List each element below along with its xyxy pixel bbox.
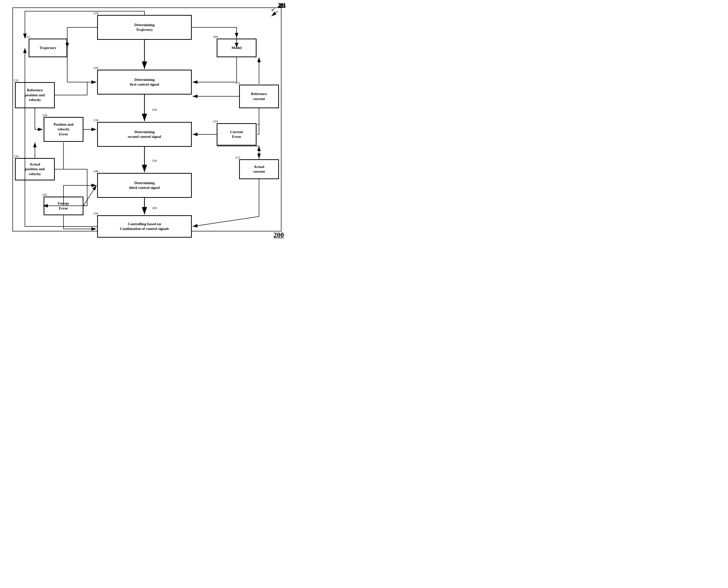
ref-230: 230: [94, 118, 98, 122]
reference-current-label: Referencecurrent: [251, 91, 267, 101]
fig-num-label: 200: [274, 231, 284, 239]
current-error-label: CurrentError: [230, 130, 243, 139]
determining-second-label: Determiningsecond control signal: [128, 130, 161, 139]
diagram-container: 201 200 DeterminingTrajectory 210 Trajec…: [0, 0, 299, 241]
determining-first-label: Determiningfirst control signal: [130, 77, 159, 87]
ref-210: 210: [94, 11, 98, 15]
model-box: Model: [217, 39, 257, 57]
ref-201-arrow: ↙: [271, 6, 275, 12]
actual-current-box: Actualcurrent: [239, 159, 279, 179]
ref-231: 231: [235, 81, 240, 85]
actual-pos-vel-box: Actualposition andvelocity: [15, 158, 55, 181]
actual-pos-vel-label: Actualposition andvelocity: [25, 162, 45, 177]
pos-vel-error-box: Position andvelocityError: [44, 117, 83, 142]
trajectory-box: Trajectory: [29, 39, 67, 57]
model-label: Model: [231, 45, 242, 50]
current-error-box: CurrentError: [217, 123, 257, 146]
actual-current-label: Actualcurrent: [253, 165, 265, 174]
determining-second-box: Determiningsecond control signal: [97, 122, 192, 147]
ref-250: 250: [94, 211, 98, 215]
pos-vel-error-label: Position andvelocityError: [54, 122, 74, 137]
ref-220: 220: [94, 66, 98, 70]
ref-234: 234: [14, 154, 19, 158]
determining-third-box: Determiningthird control signal: [97, 173, 192, 198]
reference-pos-vel-label: Referenceposition andvelocity: [25, 88, 45, 103]
ref-235: 235: [213, 120, 218, 123]
ref-233: 233: [235, 155, 240, 160]
energy-error-label: EnergyError: [58, 201, 69, 211]
ref-232: 232: [14, 78, 19, 82]
reference-current-box: Referencecurrent: [239, 85, 279, 108]
reference-pos-vel-box: Referenceposition andvelocity: [15, 82, 55, 108]
controlling-label: Controlling based onCombination of contr…: [120, 222, 169, 231]
ref-245: 245: [42, 193, 47, 197]
ref-201-label: 201: [279, 2, 286, 8]
controlling-box: Controlling based onCombination of contr…: [97, 215, 192, 238]
determining-trajectory-label: DeterminingTrajectory: [135, 23, 155, 33]
ref-500: 500: [213, 35, 218, 39]
figure-number: 200: [274, 231, 284, 239]
trajectory-label: Trajectory: [39, 45, 56, 50]
ref-236: 236: [42, 113, 47, 117]
determining-third-label: Determiningthird control signal: [129, 181, 160, 190]
determining-first-box: Determiningfirst control signal: [97, 70, 192, 94]
ref-215: 215: [25, 35, 30, 39]
energy-error-box: EnergyError: [44, 196, 83, 215]
ref-240: 240: [94, 169, 98, 173]
determining-trajectory-box: DeterminingTrajectory: [97, 15, 192, 40]
